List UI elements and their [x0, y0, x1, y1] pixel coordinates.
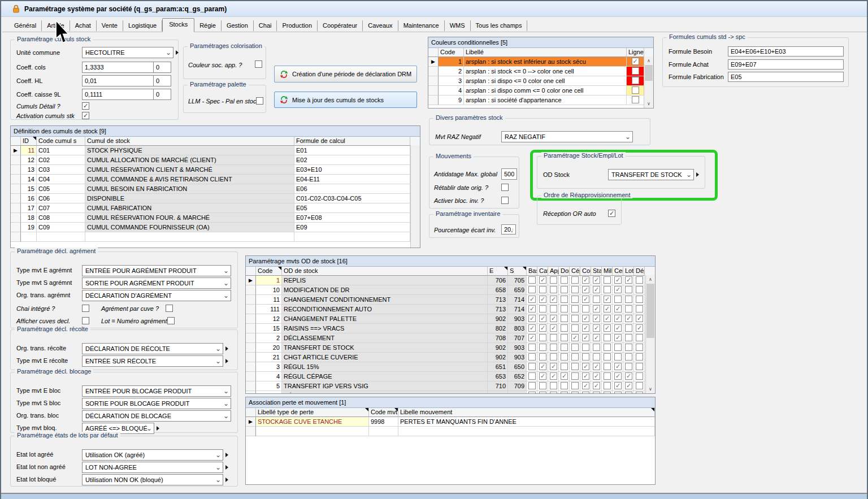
scroll-up-icon[interactable]: ∧	[646, 275, 655, 284]
grid-checkbox[interactable]	[614, 382, 622, 389]
grid-checkbox[interactable]	[604, 372, 611, 380]
grid-cell[interactable]	[37, 232, 85, 242]
row-selector[interactable]	[11, 232, 21, 242]
tab-production[interactable]: Production	[277, 20, 318, 31]
grid-checkbox[interactable]	[636, 353, 643, 361]
grid-checkbox[interactable]	[571, 382, 579, 389]
checkbox-cell[interactable]	[580, 324, 591, 333]
checkbox-cell[interactable]	[570, 333, 580, 343]
grid-checkbox[interactable]	[561, 363, 568, 370]
checkbox-cell[interactable]	[527, 295, 537, 305]
checkbox-cell[interactable]	[591, 343, 602, 353]
checkbox-cell[interactable]	[623, 362, 634, 372]
checkbox-cell[interactable]	[559, 276, 570, 285]
checkbox-cell[interactable]	[623, 353, 634, 362]
code-cell[interactable]: 3	[256, 362, 282, 372]
checkbox-cell[interactable]	[602, 295, 613, 305]
code-cell[interactable]: C07	[37, 203, 85, 213]
od-name-cell[interactable]: RECONDITIONNEMENT AUTO	[282, 305, 488, 314]
cumul-cell[interactable]: CUMUL FABRICATION	[85, 203, 294, 213]
checkbox-cell[interactable]	[634, 324, 645, 333]
checkbox-cell[interactable]	[527, 276, 537, 285]
row-selector[interactable]: ▶	[428, 57, 439, 67]
grid-checkbox[interactable]	[604, 324, 611, 332]
libelle-cell[interactable]: arsplan : si stock est inférieur au stoc…	[464, 57, 627, 67]
grid-checkbox[interactable]	[528, 315, 536, 322]
grid-checkbox[interactable]	[614, 324, 622, 332]
checkbox-cell[interactable]	[623, 391, 634, 394]
grid-checkbox[interactable]	[539, 363, 546, 370]
id-cell[interactable]: 11	[21, 146, 37, 155]
code-cell[interactable]: 20	[256, 343, 282, 353]
checkbox-cell[interactable]	[580, 343, 591, 353]
scroll-down-icon[interactable]: ∨	[646, 385, 655, 393]
checkbox-cell[interactable]	[591, 362, 602, 372]
column-header[interactable]: Code cumul s	[37, 137, 85, 146]
column-header[interactable]: Code	[439, 48, 464, 57]
grid-checkbox[interactable]	[582, 296, 589, 303]
checkbox-cell[interactable]	[602, 343, 613, 353]
e-cell[interactable]: 706	[488, 276, 508, 285]
code-cell[interactable]: 2	[439, 67, 464, 76]
grid-checkbox[interactable]	[571, 363, 579, 370]
checkbox-cell[interactable]	[634, 372, 645, 381]
row-selector[interactable]: ▶	[11, 146, 21, 155]
column-header[interactable]: Libelle mouvement	[398, 408, 655, 417]
e-cell[interactable]: 713	[488, 295, 508, 305]
grid-checkbox[interactable]	[539, 372, 546, 380]
row-selector[interactable]	[246, 353, 256, 362]
mvt-raz-combo[interactable]: RAZ NEGATIF ⌄	[501, 131, 633, 142]
type-e-recolte-combo[interactable]: ENTRÉE SUR RÉCOLTE⌄	[82, 355, 223, 367]
checkbox-cell[interactable]	[623, 372, 634, 381]
checkbox-cell[interactable]	[634, 295, 645, 305]
checkbox-cell[interactable]	[580, 314, 591, 324]
e-cell[interactable]: 653	[488, 372, 508, 381]
row-selector[interactable]	[11, 223, 21, 232]
grid-checkbox[interactable]	[582, 353, 589, 361]
code-cell[interactable]: 1	[256, 276, 282, 285]
grid-checkbox[interactable]	[539, 392, 546, 394]
formule-cell[interactable]: E07+E08	[294, 213, 410, 223]
maj-cumuls-button[interactable]: Mise à jour des cumuls de stocks	[274, 92, 417, 108]
code-cell[interactable]: 10	[256, 285, 282, 295]
row-selector[interactable]	[11, 155, 21, 165]
grid-checkbox[interactable]	[604, 276, 611, 284]
column-header[interactable]: Lot	[623, 267, 634, 276]
checkbox-cell[interactable]	[613, 372, 623, 381]
column-header[interactable]	[246, 267, 256, 276]
checkbox-cell[interactable]	[627, 76, 644, 86]
checkbox-cell[interactable]	[634, 305, 645, 314]
grid-checkbox[interactable]	[528, 382, 536, 389]
checkbox-cell[interactable]	[548, 391, 559, 394]
grid-checkbox[interactable]	[561, 353, 568, 361]
grid-checkbox[interactable]	[593, 276, 600, 284]
grid-checkbox[interactable]	[539, 276, 546, 284]
grid-checkbox[interactable]	[571, 353, 579, 361]
checkbox-cell[interactable]	[591, 353, 602, 362]
checkbox-cell[interactable]	[613, 314, 623, 324]
grid-checkbox[interactable]	[636, 286, 643, 293]
column-header[interactable]: Millé	[602, 267, 613, 276]
checkbox-cell[interactable]	[580, 276, 591, 285]
coeff-cols-input[interactable]	[82, 62, 155, 73]
scroll-down-icon[interactable]: ∨	[644, 99, 653, 108]
checkbox-cell[interactable]	[602, 381, 613, 391]
grid-checkbox[interactable]	[528, 276, 536, 284]
grid-checkbox[interactable]	[604, 286, 611, 293]
code-cell[interactable]: C09	[37, 223, 85, 232]
checkbox-cell[interactable]	[580, 362, 591, 372]
checkbox-cell[interactable]	[580, 333, 591, 343]
e-cell[interactable]: 651	[488, 362, 508, 372]
grid-checkbox[interactable]	[528, 286, 536, 293]
checkbox-cell[interactable]	[548, 285, 559, 295]
id-cell[interactable]: 17	[21, 203, 37, 213]
llm-spec-pal-checkbox[interactable]	[256, 97, 263, 105]
s-cell[interactable]: 903	[508, 343, 527, 353]
checkbox-cell[interactable]	[527, 381, 537, 391]
checkbox-cell[interactable]	[537, 343, 548, 353]
grid-checkbox[interactable]	[625, 324, 632, 332]
od-stock-combo[interactable]: TRANSFERT DE STOCK ⌄	[608, 169, 694, 180]
vertical-scrollbar[interactable]	[410, 145, 420, 248]
s-cell[interactable]	[508, 391, 527, 394]
checkbox-cell[interactable]	[548, 276, 559, 285]
